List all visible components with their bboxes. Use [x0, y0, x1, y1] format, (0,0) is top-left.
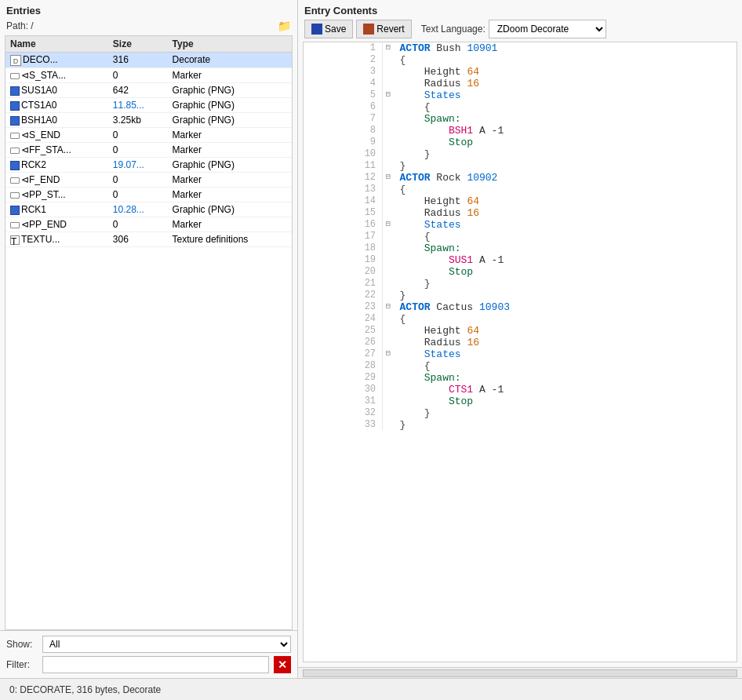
table-row[interactable]: ⊲FF_STA... 0 Marker [5, 142, 292, 157]
file-type: Marker [168, 217, 292, 232]
file-name: RCK1 [5, 202, 108, 217]
fold-gutter[interactable]: ⊟ [383, 42, 394, 54]
col-type[interactable]: Type [168, 36, 292, 53]
code-content: } [394, 160, 737, 172]
code-line-row: 6 { [304, 101, 737, 113]
code-line-row: 10 } [304, 148, 737, 160]
code-line-row: 23 ⊟ ACTOR Cactus 10903 [304, 301, 737, 313]
line-number: 1 [304, 42, 383, 54]
graphic-icon [10, 116, 20, 126]
col-name[interactable]: Name [5, 36, 108, 53]
file-name: SUS1A0 [5, 82, 108, 97]
file-name: ⊲S_STA... [5, 67, 108, 82]
brace: } [400, 160, 406, 172]
file-type: Graphic (PNG) [168, 202, 292, 217]
code-content: States [394, 219, 737, 231]
code-line-row: 18 Spawn: [304, 242, 737, 254]
keyword-stop: Stop [449, 266, 473, 278]
code-content: Stop [394, 266, 737, 278]
table-row[interactable]: ⊲PP_END 0 Marker [5, 217, 292, 232]
marker-icon [10, 148, 20, 154]
show-row: Show: All Lumps Graphics [6, 636, 291, 653]
status-bar: 0: DECORATE, 316 bytes, Decorate [0, 678, 742, 700]
folder-icon[interactable]: 📁 [278, 20, 291, 32]
fold-gutter [383, 325, 394, 337]
fold-gutter [383, 66, 394, 78]
table-row[interactable]: CTS1A0 11.85... Graphic (PNG) [5, 97, 292, 112]
filter-clear-button[interactable]: ✕ [274, 656, 291, 673]
keyword-spawn: Spawn: [424, 113, 461, 125]
code-content: States [394, 89, 737, 101]
code-editor[interactable]: 1 ⊟ ACTOR Bush 10901 2 { 3 Height 64 4 R… [303, 42, 737, 662]
graphic-icon [10, 206, 20, 215]
filter-input[interactable] [42, 656, 269, 673]
file-size: 0 [108, 142, 168, 157]
keyword-stop: Stop [449, 396, 473, 407]
table-row[interactable]: ⊲S_END 0 Marker [5, 127, 292, 142]
table-row[interactable]: BSH1A0 3.25kb Graphic (PNG) [5, 112, 292, 127]
code-content: CTS1 A -1 [394, 384, 737, 396]
table-row[interactable]: ⊲S_STA... 0 Marker [5, 67, 292, 82]
fold-gutter [383, 113, 394, 125]
file-size: 19.07... [108, 157, 168, 172]
path-label: Path: / [6, 20, 34, 31]
fold-gutter[interactable]: ⊟ [383, 301, 394, 313]
fold-gutter[interactable]: ⊟ [383, 219, 394, 231]
text-language-label: Text Language: [421, 24, 486, 35]
keyword-actor: ACTOR [400, 42, 431, 54]
brace: { [400, 231, 431, 242]
fold-gutter [383, 337, 394, 348]
line-number: 23 [304, 301, 383, 313]
prop-name: Radius [424, 207, 461, 219]
revert-label: Revert [376, 24, 404, 35]
fold-gutter [383, 396, 394, 407]
table-row[interactable]: ⊲PP_ST... 0 Marker [5, 187, 292, 202]
keyword-spawn: Spawn: [424, 242, 461, 254]
table-row[interactable]: SUS1A0 642 Graphic (PNG) [5, 82, 292, 97]
fold-gutter[interactable]: ⊟ [383, 172, 394, 184]
code-content: Spawn: [394, 113, 737, 125]
line-number: 32 [304, 407, 383, 419]
file-name: BSH1A0 [5, 112, 108, 127]
code-content: ACTOR Cactus 10903 [394, 301, 737, 313]
code-line-row: 2 { [304, 54, 737, 66]
line-number: 28 [304, 360, 383, 372]
revert-button[interactable]: Revert [356, 20, 411, 38]
code-content: States [394, 348, 737, 360]
code-line-row: 19 SUS1 A -1 [304, 254, 737, 266]
fold-gutter[interactable]: ⊟ [383, 348, 394, 360]
table-row[interactable]: RCK2 19.07... Graphic (PNG) [5, 157, 292, 172]
fold-gutter[interactable]: ⊟ [383, 89, 394, 101]
file-size: 0 [108, 187, 168, 202]
show-select[interactable]: All Lumps Graphics [42, 636, 291, 653]
fold-gutter [383, 419, 394, 431]
line-number: 13 [304, 184, 383, 195]
table-row[interactable]: TTEXTU... 306 Texture definitions [5, 232, 292, 246]
table-row[interactable]: DDECO... 316 Decorate [5, 53, 292, 68]
fold-gutter [383, 231, 394, 242]
code-content: ACTOR Rock 10902 [394, 172, 737, 184]
col-size[interactable]: Size [108, 36, 168, 53]
code-content: SUS1 A -1 [394, 254, 737, 266]
code-line-row: 3 Height 64 [304, 66, 737, 78]
code-line-row: 31 Stop [304, 396, 737, 407]
code-lines: 1 ⊟ ACTOR Bush 10901 2 { 3 Height 64 4 R… [304, 42, 737, 431]
code-line-row: 33 } [304, 419, 737, 431]
code-content: Stop [394, 137, 737, 148]
fold-gutter [383, 137, 394, 148]
line-number: 33 [304, 419, 383, 431]
text-language-select[interactable]: ZDoom Decorate DECORATE ACS Plain Text [489, 20, 606, 38]
file-type: Texture definitions [168, 232, 292, 246]
code-line-row: 7 Spawn: [304, 113, 737, 125]
code-line-row: 28 { [304, 360, 737, 372]
keyword-spawn: Spawn: [424, 372, 461, 384]
table-row[interactable]: ⊲F_END 0 Marker [5, 172, 292, 187]
code-line-row: 17 { [304, 231, 737, 242]
graphic-icon [10, 86, 20, 96]
horizontal-scrollbar[interactable] [303, 669, 737, 677]
marker-icon [10, 133, 20, 139]
fold-gutter [383, 101, 394, 113]
save-button[interactable]: Save [304, 20, 353, 38]
code-line-row: 1 ⊟ ACTOR Bush 10901 [304, 42, 737, 54]
table-row[interactable]: RCK1 10.28... Graphic (PNG) [5, 202, 292, 217]
